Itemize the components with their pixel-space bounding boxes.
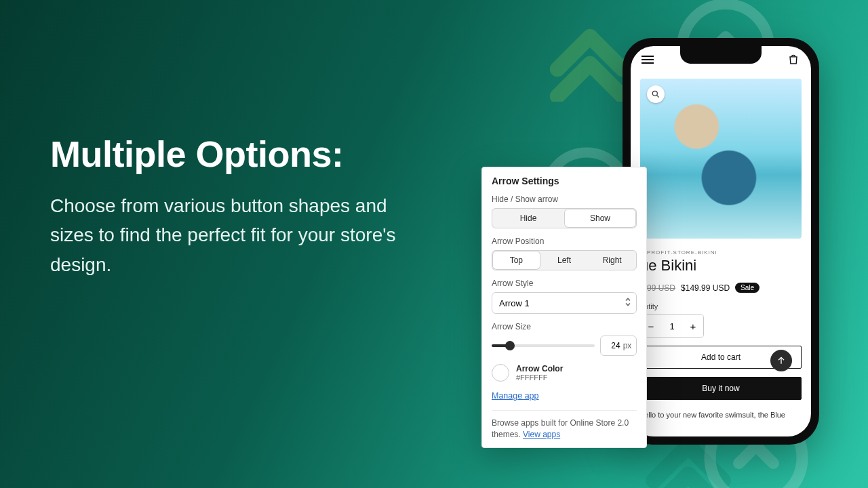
seg-top[interactable]: Top [492, 251, 540, 270]
color-hex: #FFFFFF [516, 373, 563, 382]
headline: Multiple Options: [50, 133, 430, 175]
buy-now-button[interactable]: Buy it now [640, 377, 802, 400]
browse-apps-text: Browse apps built for Online Store 2.0 t… [492, 410, 637, 441]
hide-show-segmented: Hide Show [492, 208, 637, 228]
cart-icon[interactable] [787, 53, 800, 66]
manage-app-link[interactable]: Manage app [492, 391, 539, 401]
position-label: Arrow Position [492, 237, 637, 246]
arrow-style-select[interactable]: Arrow 1 [492, 292, 637, 314]
seg-left[interactable]: Left [540, 251, 589, 270]
phone-mockup: A-PROFIT-STORE-BIKINI ue Bikini 9.99 USD… [623, 38, 819, 445]
panel-title: Arrow Settings [492, 176, 637, 186]
hide-show-label: Hide / Show arrow [492, 195, 637, 204]
svg-point-3 [652, 91, 657, 96]
style-label: Arrow Style [492, 279, 637, 288]
phone-notch [680, 46, 762, 64]
arrow-style-select-wrap: Arrow 1 [492, 292, 637, 314]
color-swatch[interactable] [492, 364, 509, 382]
unit-label: px [623, 341, 632, 350]
color-label: Arrow Color [516, 364, 563, 373]
arrow-size-value-box: px [600, 336, 637, 356]
quantity-label: antity [640, 302, 802, 310]
seg-show[interactable]: Show [564, 209, 636, 228]
qty-increase-button[interactable]: + [683, 315, 703, 337]
product-title: ue Bikini [640, 257, 802, 274]
sale-badge: Sale [735, 283, 760, 293]
qty-input[interactable] [661, 315, 683, 337]
price-row: 9.99 USD $149.99 USD Sale [640, 283, 802, 293]
arrow-settings-panel: Arrow Settings Hide / Show arrow Hide Sh… [481, 167, 647, 448]
product-image[interactable] [640, 79, 802, 239]
scroll-top-button[interactable] [770, 350, 792, 371]
product-description: hello to your new favorite swimsuit, the… [640, 409, 802, 421]
arrow-size-row: px [492, 336, 637, 356]
svg-line-4 [657, 96, 659, 98]
arrow-color-row: Arrow Color #FFFFFF [492, 364, 637, 382]
product-meta: A-PROFIT-STORE-BIKINI ue Bikini 9.99 USD… [640, 249, 802, 421]
marketing-copy: Multiple Options: Choose from various bu… [50, 133, 430, 279]
seg-right[interactable]: Right [588, 251, 636, 270]
arrow-size-input[interactable] [606, 341, 620, 350]
vendor-label: A-PROFIT-STORE-BIKINI [640, 249, 802, 256]
arrow-size-slider[interactable] [492, 344, 595, 347]
price-new: $149.99 USD [681, 283, 730, 293]
position-segmented: Top Left Right [492, 250, 637, 270]
menu-icon[interactable] [642, 54, 654, 66]
quantity-stepper: − + [640, 314, 704, 338]
subhead: Choose from various button shapes and si… [50, 191, 430, 279]
phone-screen: A-PROFIT-STORE-BIKINI ue Bikini 9.99 USD… [631, 46, 811, 436]
view-apps-link[interactable]: View apps [523, 430, 560, 439]
magnify-icon[interactable] [647, 85, 665, 103]
promo-stage: Multiple Options: Choose from various bu… [0, 0, 868, 488]
size-label: Arrow Size [492, 322, 637, 331]
seg-hide[interactable]: Hide [492, 209, 564, 228]
